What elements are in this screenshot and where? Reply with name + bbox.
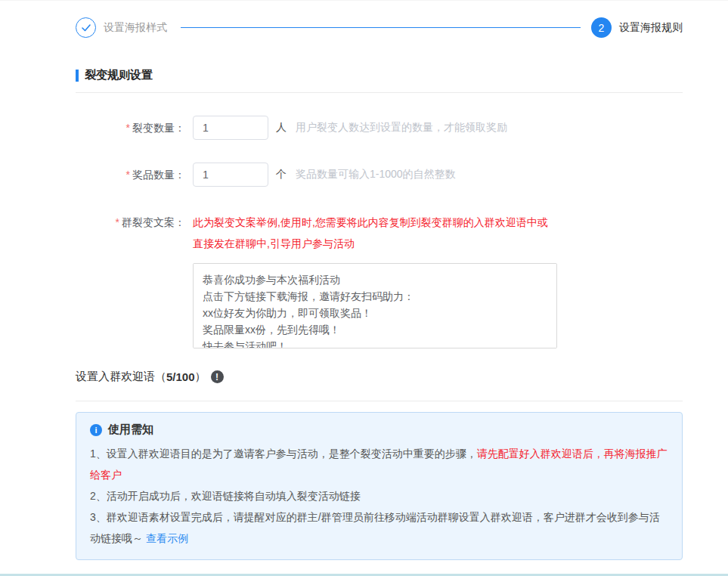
step-1-label: 设置海报样式 [104, 21, 167, 35]
prize-count-label: *奖品数量： [76, 163, 193, 187]
stepper: 设置海报样式 2 设置海报规则 [76, 17, 683, 38]
copy-warning-text: 此为裂变文案举例,使用时,您需要将此内容复制到裂变群聊的入群欢迎语中或直接发在群… [193, 209, 557, 254]
usage-notice-box: i 使用需知 1、设置入群欢迎语目的是为了邀请客户参与活动，是整个裂变活动中重要… [76, 412, 683, 560]
group-copy-textarea[interactable]: 恭喜你成功参与本次福利活动 点击下方链接下载海报，邀请好友扫码助力： xx位好友… [193, 263, 557, 348]
fission-count-input[interactable] [193, 116, 268, 140]
fission-count-row: *裂变数量： 人 用户裂变人数达到设置的数量，才能领取奖励 [76, 116, 683, 140]
prize-count-input[interactable] [193, 163, 268, 187]
welcome-title-text: 设置入群欢迎语（ [76, 370, 166, 384]
section-divider [76, 92, 683, 93]
group-copy-label: *群裂变文案： [76, 209, 193, 351]
fission-count-hint: 用户裂变人数达到设置的数量，才能领取奖励 [296, 121, 507, 135]
section-header: 裂变规则设置 [76, 68, 683, 82]
fission-count-label: *裂变数量： [76, 116, 193, 140]
step-2-poster-rules: 2 设置海报规则 [591, 17, 683, 38]
section-accent-bar [76, 70, 79, 82]
group-copy-row: *群裂变文案： 此为裂变文案举例,使用时,您需要将此内容复制到裂变群聊的入群欢迎… [76, 209, 683, 351]
notice-item-1: 1、设置入群欢迎语目的是为了邀请客户参与活动，是整个裂变活动中重要的步骤，请先配… [90, 443, 668, 485]
poster-rules-page: 设置海报样式 2 设置海报规则 裂变规则设置 *裂变数量： 人 [0, 0, 728, 576]
step-1-check-icon [76, 17, 96, 38]
fission-count-unit: 人 [276, 121, 287, 135]
notice-item-2: 2、活动开启成功后，欢迎语链接将自动填入裂变活动链接 [90, 485, 668, 506]
fission-rules-form: *裂变数量： 人 用户裂变人数达到设置的数量，才能领取奖励 *奖品数量： 个 奖… [76, 116, 683, 351]
required-asterisk: * [116, 216, 119, 228]
exclamation-info-icon[interactable]: ! [211, 370, 224, 383]
notice-item-3: 3、群欢迎语素材设置完成后，请提醒对应的群主/群管理员前往移动端活动群聊设置入群… [90, 506, 668, 549]
stepper-connector-line [181, 27, 581, 28]
welcome-section-title: 设置入群欢迎语（5/100） ! [76, 370, 683, 384]
welcome-char-count: 5/100 [166, 370, 195, 383]
step-2-label: 设置海报规则 [619, 21, 683, 35]
prize-count-unit: 个 [276, 168, 287, 181]
view-example-link[interactable]: 查看示例 [146, 532, 188, 544]
prize-count-row: *奖品数量： 个 奖品数量可输入1-1000的自然整数 [76, 163, 683, 187]
step-1-poster-style: 设置海报样式 [76, 17, 167, 38]
required-asterisk: * [126, 122, 130, 134]
notice-title: 使用需知 [108, 423, 153, 437]
info-circle-icon: i [90, 424, 102, 436]
required-asterisk: * [126, 169, 130, 181]
prize-count-hint: 奖品数量可输入1-1000的自然整数 [296, 168, 456, 181]
welcome-divider [76, 401, 683, 401]
step-2-number-badge: 2 [591, 17, 612, 38]
section-title: 裂变规则设置 [85, 68, 153, 82]
